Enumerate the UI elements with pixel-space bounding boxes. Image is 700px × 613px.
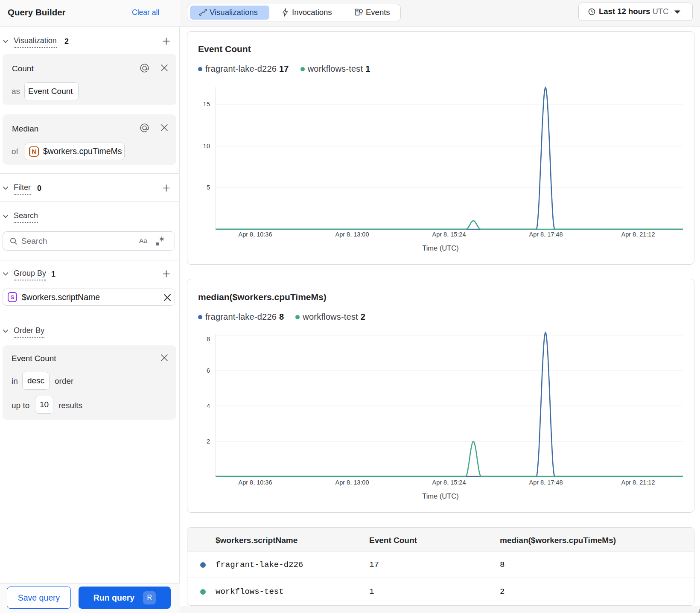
svg-text:Apr 8, 21:12: Apr 8, 21:12	[621, 479, 655, 486]
svg-text:Apr 8, 10:36: Apr 8, 10:36	[239, 231, 272, 238]
svg-text:Apr 8, 10:36: Apr 8, 10:36	[239, 479, 272, 486]
svg-text:Apr 8, 13:00: Apr 8, 13:00	[335, 479, 369, 486]
svg-text:Apr 8, 21:12: Apr 8, 21:12	[621, 231, 655, 238]
svg-text:Apr 8, 17:48: Apr 8, 17:48	[529, 231, 563, 238]
svg-text:8: 8	[207, 336, 210, 342]
svg-text:6: 6	[207, 367, 210, 374]
svg-text:Apr 8, 15:24: Apr 8, 15:24	[432, 231, 466, 238]
svg-text:15: 15	[203, 101, 210, 108]
svg-text:Time (UTC): Time (UTC)	[422, 244, 459, 252]
svg-text:5: 5	[207, 184, 210, 191]
svg-text:2: 2	[207, 438, 210, 445]
svg-text:4: 4	[207, 403, 210, 409]
svg-text:Apr 8, 13:00: Apr 8, 13:00	[335, 231, 369, 238]
svg-text:Apr 8, 15:24: Apr 8, 15:24	[432, 479, 466, 486]
svg-text:Apr 8, 17:48: Apr 8, 17:48	[529, 479, 563, 486]
svg-text:10: 10	[203, 143, 210, 149]
svg-text:Time (UTC): Time (UTC)	[422, 492, 459, 500]
